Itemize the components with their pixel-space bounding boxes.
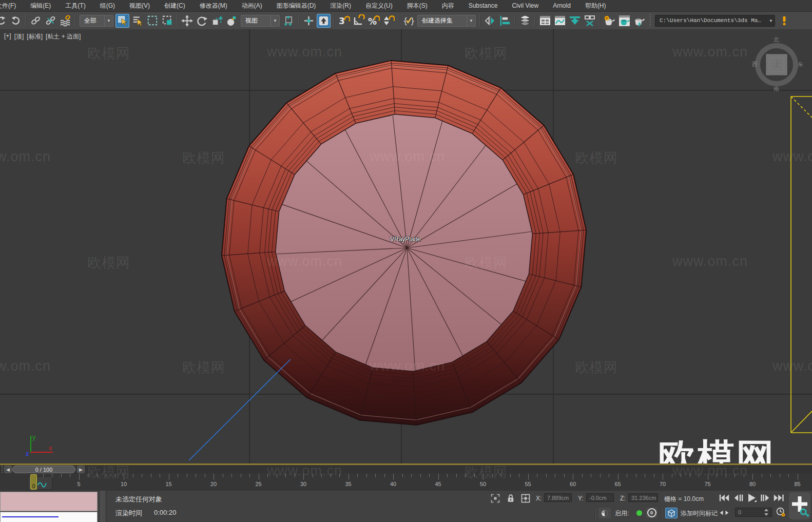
keyboard-shortcut-override-toggle[interactable] [317,14,331,28]
maxscript-mini-listener[interactable] [0,491,98,521]
select-and-move-icon[interactable] [180,14,194,28]
frame-tick [546,474,547,477]
go-to-end-button[interactable] [772,492,785,504]
viewport-general-menu[interactable]: [+] [4,32,11,41]
menu-item-13[interactable]: Substance [461,0,505,11]
coord-z-field[interactable]: 31.236cm [628,493,658,502]
frame-tick [303,474,304,480]
time-tag-cube-button[interactable] [665,508,678,518]
redo-icon[interactable] [9,14,23,28]
frame-tick-label: 45 [435,481,441,487]
menu-item-15[interactable]: Arnold [546,0,578,11]
select-and-link-icon[interactable] [29,14,43,28]
time-slider[interactable]: 0 / 100 [12,466,75,473]
absolute-mode-icon[interactable] [519,493,532,504]
curve-editor-icon[interactable] [553,14,567,28]
selection-lock-icon[interactable] [505,493,517,504]
bind-to-space-warp-icon[interactable] [59,14,72,28]
go-to-start-button[interactable] [718,492,731,504]
auto-key-add-button[interactable] [789,492,810,519]
track-bar[interactable]: 0 0510152025303540455055606570758085 [0,474,812,491]
edit-named-selection-sets-icon[interactable]: {} [401,14,415,28]
frame-tick [501,474,501,477]
menu-item-0[interactable]: 文件(F) [0,0,23,11]
undo-icon[interactable] [0,14,8,28]
material-editor-icon[interactable] [603,14,616,28]
menu-item-12[interactable]: 内容 [435,0,461,11]
percent-snap-toggle-icon[interactable]: % [366,14,380,28]
listener-text-line [2,516,59,517]
menu-item-4[interactable]: 视图(V) [122,0,157,11]
workspace-alert-icon[interactable] [777,14,791,28]
statusbar-splitter[interactable] [101,491,106,522]
coord-x-field[interactable]: 7.889cm [544,493,572,502]
viewcube-north-label[interactable]: 北 [774,36,779,44]
viewport-top[interactable]: y x z [+] [顶] [标准] [粘土 + 边面] VRayPlane 上… [0,29,812,463]
select-and-scale-icon[interactable] [210,14,224,28]
menu-item-11[interactable]: 脚本(S) [400,0,435,11]
current-frame-field[interactable]: 0 [735,508,772,517]
listener-pane[interactable] [0,512,98,522]
select-by-name-icon[interactable] [130,14,144,28]
mirror-icon[interactable] [483,14,497,28]
menu-item-10[interactable]: 自定义(U) [358,0,400,11]
select-and-manipulate-icon[interactable] [302,14,316,28]
isolate-selection-icon[interactable] [489,493,501,504]
key-mode-toggle[interactable] [718,507,731,518]
notification-badge-button[interactable]: 0 [646,508,658,518]
coord-y-field[interactable]: -0.0cm [586,493,614,502]
select-and-rotate-icon[interactable] [195,14,209,28]
viewcube-south-label[interactable]: 南 [774,85,779,93]
menu-item-1[interactable]: 编辑(E) [23,0,58,11]
menu-item-7[interactable]: 动画(A) [235,0,269,11]
next-frame-button[interactable] [759,492,772,504]
macro-recorder-pane[interactable] [0,492,98,511]
3d-snap-toggle-icon[interactable]: 3 [337,14,351,28]
adaptive-degradation-icon[interactable] [598,508,611,518]
play-button[interactable] [745,492,759,504]
viewcube[interactable]: 上 北 南 西 东 [751,36,807,92]
time-configuration-button[interactable] [774,507,787,518]
menu-item-16[interactable]: 帮助(H) [578,0,613,11]
toggle-scene-explorer-icon[interactable] [518,14,532,28]
menu-item-5[interactable]: 创建(C) [157,0,192,11]
menu-item-2[interactable]: 工具(T) [58,0,92,11]
render-production-icon[interactable] [632,14,646,28]
ribbon-toggle-icon[interactable] [568,14,582,28]
menu-item-8[interactable]: 图形编辑器(D) [269,0,323,11]
drag-handle[interactable] [1,466,4,473]
selection-filter-dropdown[interactable]: 全部 ▼ [80,15,113,27]
reference-coordinate-dropdown[interactable]: 视图 ▼ [241,15,280,27]
viewcube-face-label[interactable]: 上 [773,60,781,69]
select-object-button[interactable] [115,14,129,28]
select-and-place-icon[interactable] [225,14,239,28]
angle-snap-toggle-icon[interactable] [352,14,365,28]
viewport-pov-menu[interactable]: [顶] [14,32,24,41]
add-time-tag-label[interactable]: 添加时间标记 [681,509,718,518]
menu-item-3[interactable]: 组(G) [93,0,122,11]
viewport-shading-menu[interactable]: [粘土 + 边面] [46,32,81,41]
current-frame-marker[interactable]: 0 [30,474,37,490]
unlink-selection-icon[interactable] [44,14,57,28]
menu-item-9[interactable]: 渲染(R) [323,0,358,11]
viewport-style-menu[interactable]: [标准] [27,32,43,41]
spinner-icon[interactable] [764,509,769,516]
viewcube-east-label[interactable]: 东 [798,61,803,68]
window-crossing-toggle-icon[interactable] [160,14,174,28]
project-folder-dropdown[interactable]: C:\Users\Han\Documents\3ds Max 2022 ▼ [655,15,775,27]
named-selection-sets-dropdown[interactable]: 创建选择集 ▼ [417,15,476,27]
align-icon[interactable] [498,14,512,28]
viewcube-west-label[interactable]: 西 [752,61,758,68]
spinner-snap-toggle-icon[interactable] [381,14,395,28]
menu-item-6[interactable]: 修改器(M) [192,0,235,11]
time-slider-prev-button[interactable]: ◀ [4,466,12,473]
rectangular-selection-region-icon[interactable] [145,14,159,28]
use-pivot-point-center-icon[interactable] [282,14,296,28]
previous-frame-button[interactable] [732,492,745,504]
time-slider-next-button[interactable]: ▶ [77,466,85,473]
menu-item-14[interactable]: Civil View [505,0,546,11]
render-setup-icon[interactable] [617,14,631,28]
frame-tick [259,474,259,480]
toggle-layer-explorer-icon[interactable] [538,14,552,28]
schematic-view-icon[interactable] [583,14,596,28]
